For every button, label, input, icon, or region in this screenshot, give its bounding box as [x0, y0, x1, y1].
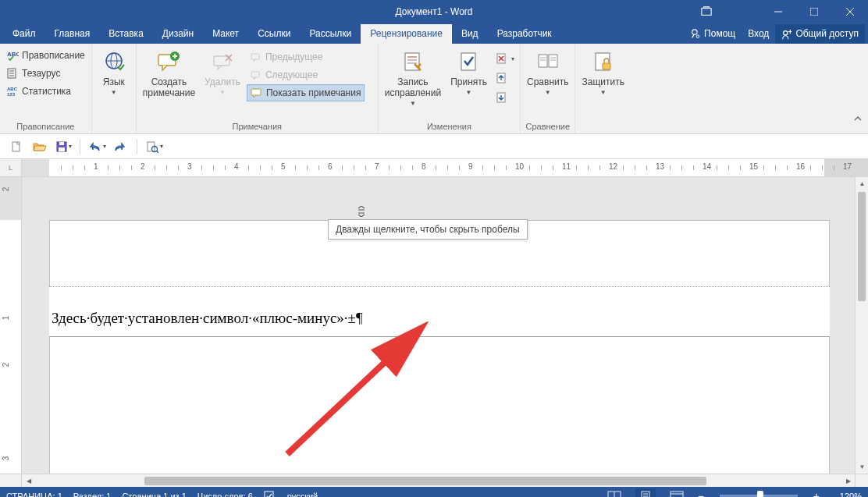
zoom-out-button[interactable]: −	[698, 490, 704, 498]
svg-rect-37	[539, 55, 547, 67]
zoom-level[interactable]: 120%	[831, 492, 862, 498]
tooltip-hide-whitespace: Дважды щелкните, чтобы скрыть пробелы	[328, 219, 528, 240]
reject-button[interactable]: ▾	[493, 50, 517, 67]
close-button[interactable]	[832, 0, 868, 23]
tab-review[interactable]: Рецензирование	[361, 24, 452, 44]
compare-button[interactable]: Сравнить ▼	[524, 47, 571, 111]
tab-developer[interactable]: Разработчик	[488, 24, 561, 44]
tab-file[interactable]: Файл	[3, 24, 45, 44]
accept-button[interactable]: Принять ▼	[447, 47, 490, 111]
tab-layout[interactable]: Макет	[203, 24, 248, 44]
collapse-ribbon-icon[interactable]	[849, 110, 866, 127]
scroll-left-icon[interactable]: ◀	[22, 474, 35, 488]
share-button[interactable]: Общий доступ	[775, 24, 865, 44]
window-controls	[760, 0, 868, 23]
title-bar: Документ1 - Word	[0, 0, 868, 23]
show-comments-button[interactable]: Показать примечания	[247, 84, 365, 101]
chevron-down-icon: ▼	[466, 89, 472, 96]
tell-me[interactable]: Помощ	[685, 24, 742, 44]
ribbon-display-options[interactable]	[688, 0, 724, 23]
window-title: Документ1 - Word	[395, 6, 472, 17]
svg-point-8	[784, 30, 788, 34]
tab-home[interactable]: Главная	[45, 24, 100, 44]
redo-icon[interactable]	[110, 137, 130, 157]
horizontal-scrollbar[interactable]: ◀ ▶	[0, 474, 868, 487]
svg-rect-38	[549, 55, 557, 67]
new-doc-icon[interactable]	[6, 137, 27, 157]
next-change-button[interactable]	[493, 89, 517, 106]
undo-icon[interactable]: ▾	[87, 137, 107, 157]
view-web-layout-icon[interactable]	[667, 488, 687, 498]
svg-text:123: 123	[7, 92, 16, 97]
open-icon[interactable]	[30, 137, 50, 157]
tab-design[interactable]: Дизайн	[153, 24, 203, 44]
tab-view[interactable]: Вид	[452, 24, 488, 44]
new-comment-button[interactable]: Создать примечание	[140, 47, 198, 111]
svg-rect-26	[251, 89, 261, 95]
status-page-of[interactable]: Страница 1 из 1	[122, 492, 186, 498]
svg-rect-21	[214, 56, 229, 66]
horizontal-ruler[interactable]: L 1234567891011121314151617	[0, 159, 868, 177]
minimize-button[interactable]	[760, 0, 796, 23]
view-print-layout-icon[interactable]	[635, 488, 656, 498]
svg-rect-24	[251, 54, 259, 59]
ribbon: ABC Правописание Тезаурус ABC123 Статист…	[0, 44, 868, 134]
previous-change-button[interactable]	[493, 69, 517, 87]
page	[49, 220, 830, 474]
svg-rect-48	[59, 147, 65, 151]
tab-references[interactable]: Ссылки	[248, 24, 300, 44]
group-label-comments: Примечания	[140, 121, 375, 133]
group-protect: Защитить ▼	[575, 44, 630, 133]
thesaurus-button[interactable]: Тезаурус	[3, 65, 88, 82]
group-proofing: ABC Правописание Тезаурус ABC123 Статист…	[0, 44, 92, 133]
tab-mailings[interactable]: Рассылки	[300, 24, 361, 44]
svg-point-7	[696, 35, 699, 38]
svg-rect-25	[251, 72, 259, 77]
track-changes-button[interactable]: Запись исправлений ▼	[382, 47, 444, 111]
vertical-scrollbar[interactable]: ▲ ▼	[855, 177, 868, 474]
protect-button[interactable]: Защитить ▼	[578, 47, 627, 111]
group-compare: Сравнить ▼ Сравнение	[521, 44, 575, 133]
maximize-button[interactable]	[796, 0, 832, 23]
group-tracking: Запись исправлений ▼ Принять ▼ ▾	[379, 44, 521, 133]
svg-line-51	[156, 151, 158, 153]
scroll-down-icon[interactable]: ▼	[856, 460, 868, 474]
status-page[interactable]: СТРАНИЦА: 1	[6, 492, 62, 498]
chevron-down-icon: ▼	[600, 89, 607, 96]
print-preview-icon[interactable]: ▾	[144, 137, 164, 157]
language-button[interactable]: Язык ▼	[95, 47, 133, 111]
svg-rect-45	[12, 142, 20, 151]
save-icon[interactable]: ▾	[53, 137, 73, 157]
tab-selector[interactable]: L	[0, 159, 22, 176]
group-label-compare: Сравнение	[524, 121, 571, 133]
view-read-mode-icon[interactable]	[604, 488, 624, 498]
signin[interactable]: Вход	[742, 24, 775, 44]
next-comment-button: Следующее	[247, 66, 365, 83]
tab-insert[interactable]: Вставка	[99, 24, 153, 44]
status-spellcheck-icon[interactable]	[264, 491, 276, 498]
previous-comment-button: Предыдущее	[247, 48, 365, 66]
quick-access-toolbar: ▾ ▾ ▾	[0, 134, 868, 159]
spellcheck-button[interactable]: ABC Правописание	[3, 47, 88, 64]
zoom-in-button[interactable]: +	[813, 490, 820, 498]
vertical-ruler[interactable]: 2 1 2 3	[0, 177, 22, 474]
document-text[interactable]: Здесь·будет·установлен·символ·«плюс-мину…	[52, 310, 363, 327]
status-section[interactable]: Раздел: 1	[73, 492, 112, 498]
chevron-down-icon: ▼	[219, 89, 226, 96]
chevron-down-icon: ▼	[111, 89, 117, 96]
chevron-down-icon: ▼	[410, 100, 416, 107]
svg-rect-47	[59, 142, 64, 145]
svg-line-6	[692, 34, 694, 37]
wordcount-button[interactable]: ABC123 Статистика	[3, 83, 88, 100]
status-language[interactable]: русский	[287, 492, 318, 498]
document-canvas[interactable]: Здесь·будет·установлен·символ·«плюс-мину…	[22, 177, 855, 474]
group-comments: Создать примечание Удалить ▼ Предыдущее …	[137, 44, 379, 133]
scroll-up-icon[interactable]: ▲	[856, 177, 868, 190]
status-words[interactable]: Число слов: 6	[197, 492, 253, 498]
svg-text:ABC: ABC	[7, 87, 18, 91]
scroll-right-icon[interactable]: ▶	[841, 474, 855, 488]
group-label-tracking: Изменения	[382, 121, 517, 133]
group-language: Язык ▼	[92, 44, 137, 133]
svg-rect-59	[671, 492, 683, 498]
hide-whitespace-handle[interactable]	[356, 205, 367, 218]
